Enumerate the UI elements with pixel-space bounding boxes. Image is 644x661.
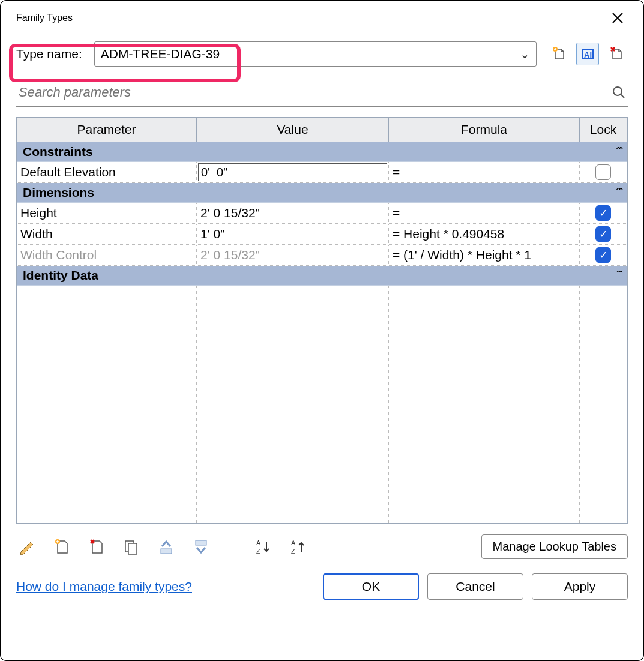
svg-rect-7: [161, 549, 172, 554]
param-name: Width Control: [17, 245, 197, 265]
row-height: Height 2' 0 15/32" = ✓: [17, 203, 627, 224]
move-down-icon: [192, 538, 210, 556]
search-box: [16, 79, 628, 107]
document-new-icon: [53, 538, 71, 556]
manage-lookup-tables-button[interactable]: Manage Lookup Tables: [481, 534, 628, 559]
search-row: [1, 75, 643, 111]
lock-checkbox[interactable]: ✓: [595, 205, 611, 221]
col-value: Value: [197, 118, 389, 142]
new-parameter-button[interactable]: [51, 536, 73, 558]
move-down-button[interactable]: [190, 536, 212, 558]
svg-rect-6: [128, 543, 137, 554]
delete-parameter-button[interactable]: [86, 536, 107, 558]
move-up-button[interactable]: [155, 536, 177, 558]
ok-button[interactable]: OK: [323, 573, 419, 600]
table-empty-area: [17, 286, 627, 523]
param-formula[interactable]: = Height * 0.490458: [389, 224, 580, 244]
param-value: 2' 0 15/32": [197, 245, 389, 265]
param-value[interactable]: 1' 0": [197, 224, 389, 244]
rename-type-button[interactable]: AI: [576, 43, 599, 65]
group-dimensions[interactable]: Dimensions ˆˆ: [17, 183, 627, 203]
svg-rect-8: [196, 540, 206, 545]
document-new-icon: [550, 46, 567, 62]
search-input[interactable]: [17, 81, 611, 104]
copy-icon: [122, 538, 140, 556]
param-formula[interactable]: =: [389, 203, 580, 223]
sort-desc-button[interactable]: AZ: [287, 536, 309, 558]
type-name-label: Type name:: [16, 47, 82, 61]
search-icon[interactable]: [611, 85, 627, 100]
param-value[interactable]: 2' 0 15/32": [197, 203, 389, 223]
parameters-table: Parameter Value Formula Lock Constraints…: [1, 111, 643, 524]
group-constraints[interactable]: Constraints ˆˆ: [17, 142, 627, 162]
group-label: Dimensions: [23, 185, 94, 200]
move-up-icon: [157, 538, 175, 556]
svg-text:AI: AI: [584, 50, 592, 59]
svg-text:Z: Z: [291, 548, 295, 555]
dialog-title: Family Types: [16, 13, 73, 23]
sort-asc-icon: AZ: [254, 538, 272, 556]
param-name: Height: [17, 203, 197, 223]
document-delete-icon: [608, 46, 625, 62]
param-value-cell: [197, 162, 389, 182]
group-label: Constraints: [23, 145, 93, 159]
param-name: Width: [17, 224, 197, 244]
pencil-icon: [18, 538, 36, 556]
apply-button[interactable]: Apply: [532, 573, 628, 600]
chevron-down-icon: ⌄: [520, 47, 530, 61]
type-name-row: Type name: ADM-TREE-DIAG-39 ⌄ AI: [1, 33, 643, 75]
table-header: Parameter Value Formula Lock: [17, 118, 627, 142]
copy-parameter-button[interactable]: [121, 536, 142, 558]
row-width: Width 1' 0" = Height * 0.490458 ✓: [17, 224, 627, 245]
row-width-control: Width Control 2' 0 15/32" = (1' / Width)…: [17, 245, 627, 266]
svg-text:A: A: [256, 539, 261, 546]
default-elevation-input[interactable]: [198, 163, 387, 181]
cancel-button[interactable]: Cancel: [427, 573, 523, 600]
type-name-value: ADM-TREE-DIAG-39: [101, 47, 220, 61]
edit-parameter-button[interactable]: [16, 536, 38, 558]
document-delete-icon: [88, 538, 106, 556]
delete-type-button[interactable]: [605, 43, 628, 65]
col-lock: Lock: [580, 118, 627, 142]
col-parameter: Parameter: [17, 118, 197, 142]
sort-desc-icon: AZ: [289, 538, 307, 556]
dialog-footer: How do I manage family types? OK Cancel …: [1, 565, 643, 612]
expand-down-icon: ˇˇ: [616, 269, 621, 282]
titlebar: Family Types: [1, 1, 643, 33]
family-types-dialog: Family Types Type name: ADM-TREE-DIAG-39…: [0, 0, 644, 661]
close-button[interactable]: [605, 9, 630, 27]
lock-checkbox[interactable]: ✓: [595, 247, 611, 263]
param-name: Default Elevation: [17, 162, 197, 182]
help-link[interactable]: How do I manage family types?: [16, 579, 192, 594]
type-action-icons: AI: [547, 43, 628, 65]
collapse-up-icon: ˆˆ: [616, 187, 621, 199]
group-label: Identity Data: [23, 268, 98, 283]
param-formula[interactable]: =: [389, 162, 580, 182]
svg-text:A: A: [291, 539, 296, 546]
close-icon: [611, 11, 624, 25]
rename-icon: AI: [579, 46, 596, 62]
col-formula: Formula: [389, 118, 580, 142]
sort-asc-button[interactable]: AZ: [253, 536, 274, 558]
new-type-button[interactable]: [547, 43, 570, 65]
collapse-up-icon: ˆˆ: [616, 146, 621, 158]
lock-checkbox[interactable]: ✓: [595, 226, 611, 242]
svg-point-3: [613, 87, 622, 95]
type-name-dropdown[interactable]: ADM-TREE-DIAG-39 ⌄: [94, 41, 537, 67]
group-identity-data[interactable]: Identity Data ˇˇ: [17, 266, 627, 286]
lock-checkbox[interactable]: [595, 164, 611, 180]
param-formula[interactable]: = (1' / Width) * Height * 1: [389, 245, 580, 265]
row-default-elevation: Default Elevation =: [17, 162, 627, 183]
bottom-toolbar: AZ AZ Manage Lookup Tables: [1, 524, 643, 565]
svg-text:Z: Z: [256, 548, 260, 555]
